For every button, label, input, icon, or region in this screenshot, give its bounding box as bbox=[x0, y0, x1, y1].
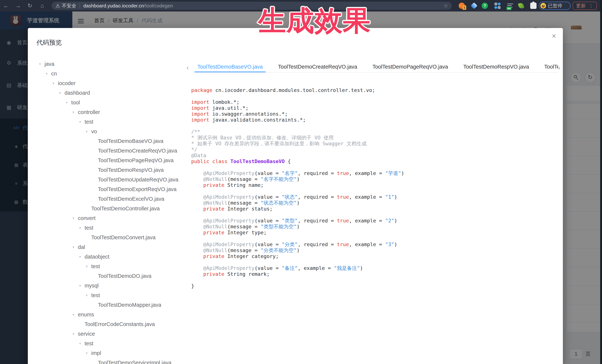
tabs-scroll-left-icon[interactable]: ‹ bbox=[187, 64, 189, 71]
tree-node[interactable]: ▾enums bbox=[39, 310, 186, 319]
code-line: * 如果子 VO 存在差异的字段，请不要添加到这里，影响 Swagger 文档生… bbox=[191, 141, 404, 146]
caret-down-icon[interactable]: ▾ bbox=[86, 293, 91, 297]
code-line: @ApiModelProperty(value = "备注", example … bbox=[191, 265, 404, 271]
tree-node-label: mysql bbox=[85, 283, 99, 289]
tree-node[interactable]: ▾service bbox=[39, 329, 186, 339]
tab-tooltestdemobasevo-java[interactable]: ToolTestDemoBaseVO.java bbox=[194, 61, 266, 72]
caret-down-icon[interactable]: ▾ bbox=[79, 120, 85, 124]
security-label[interactable]: 不安全 bbox=[62, 3, 76, 9]
tree-node[interactable]: ▾tool bbox=[39, 98, 186, 107]
extension-icon-grid[interactable] bbox=[494, 3, 501, 9]
code-preview-modal: 代码预览 × ▾java▾cn▾iocoder▾dashboard▾tool▾c… bbox=[28, 28, 563, 364]
code-line: * 测试示例 Base VO，提供给添加、修改、详细的子 VO 使用 bbox=[191, 135, 404, 141]
extension-icon-list[interactable]: on bbox=[507, 3, 514, 9]
tree-node[interactable]: ▾mysql bbox=[39, 281, 186, 291]
code-line: @ApiModelProperty(value = "名字", required… bbox=[191, 170, 404, 176]
extension-icon-gem[interactable] bbox=[471, 2, 478, 9]
caret-down-icon[interactable]: ▾ bbox=[46, 72, 51, 76]
code-line: } bbox=[191, 283, 404, 289]
tree-node[interactable]: ▾dashboard bbox=[39, 88, 186, 98]
tree-node[interactable]: ▾dataobject bbox=[39, 252, 186, 261]
tree-node[interactable]: ▾impl bbox=[39, 348, 186, 358]
file-tabs: ToolTestDemoBaseVO.javaToolTestDemoCreat… bbox=[194, 61, 558, 73]
tab-tooltestdemorespvo-java[interactable]: ToolTestDemoRespVO.java bbox=[460, 61, 532, 72]
tab-tooltestdemocreatereqvo-java[interactable]: ToolTestDemoCreateReqVO.java bbox=[275, 61, 360, 72]
caret-down-icon[interactable]: ▾ bbox=[86, 129, 91, 134]
tree-node[interactable]: ▾java bbox=[39, 59, 186, 69]
caret-down-icon[interactable]: ▾ bbox=[79, 226, 85, 230]
browser-reload-icon[interactable]: ↻ bbox=[26, 2, 34, 9]
tree-node[interactable]: ▾iocoder bbox=[39, 78, 186, 88]
tree-node[interactable]: ▾test bbox=[39, 223, 186, 233]
caret-down-icon[interactable]: ▾ bbox=[79, 255, 85, 259]
code-line: public class ToolTestDemoBaseVO { bbox=[191, 158, 404, 164]
extension-icon-orange[interactable]: 1 bbox=[459, 3, 465, 9]
more-menu-icon[interactable]: ⋮ bbox=[589, 3, 593, 8]
tree-node-label: vo bbox=[91, 128, 97, 135]
tree-node[interactable]: ToolTestDemoController.java bbox=[39, 204, 186, 213]
extensions-puzzle-icon[interactable] bbox=[530, 3, 537, 9]
tree-node[interactable]: ▾cn bbox=[39, 69, 186, 78]
tabs-scroll-right-icon[interactable]: › bbox=[558, 64, 560, 71]
tree-node[interactable]: ▾convert bbox=[39, 213, 186, 223]
caret-down-icon[interactable]: ▾ bbox=[86, 264, 91, 269]
tree-node[interactable]: ToolTestDemoRespVO.java bbox=[39, 165, 186, 175]
tree-node[interactable]: ▾dal bbox=[39, 242, 186, 252]
browser-home-icon[interactable]: ⌂ bbox=[38, 2, 46, 9]
browser-back-icon[interactable]: ← bbox=[2, 2, 10, 9]
code-line bbox=[191, 93, 404, 99]
tree-node[interactable]: ToolTestDemoPageReqVO.java bbox=[39, 156, 186, 165]
caret-down-icon[interactable]: ▾ bbox=[66, 100, 71, 105]
extension-badge: 1 bbox=[462, 5, 466, 10]
caret-down-icon[interactable]: ▾ bbox=[79, 284, 85, 288]
caret-down-icon[interactable]: ▾ bbox=[73, 245, 78, 249]
caret-down-icon[interactable]: ▾ bbox=[53, 81, 58, 85]
tree-node[interactable]: ToolTestDemoCreateReqVO.java bbox=[39, 146, 186, 156]
tree-node[interactable]: ToolTestDemoMapper.java bbox=[39, 300, 186, 310]
tree-node[interactable]: ToolTestDemoServiceImpl.java bbox=[39, 358, 186, 364]
tree-node-label: dal bbox=[78, 244, 85, 250]
code-line: @ApiModelProperty(value = "类型", required… bbox=[191, 218, 404, 224]
tree-node-label: ToolTestDemoController.java bbox=[91, 206, 160, 212]
browser-update-button[interactable]: 更新 ⋮ bbox=[573, 2, 597, 10]
tree-node-label: test bbox=[85, 119, 93, 125]
tree-node-label: ToolTestDemoUpdateReqVO.java bbox=[98, 177, 178, 183]
tree-node[interactable]: ▾test bbox=[39, 291, 186, 300]
tree-node-label: ToolTestDemoBaseVO.java bbox=[98, 138, 163, 144]
translate-paused-pill[interactable]: 已暂停 bbox=[539, 2, 571, 10]
caret-down-icon[interactable]: ▾ bbox=[59, 91, 64, 95]
tree-node[interactable]: ToolTestDemoBaseVO.java bbox=[39, 136, 186, 146]
address-bar[interactable]: ⚠ 不安全 dashboard.yudao.iocoder.cn /tool/c… bbox=[52, 2, 452, 10]
caret-down-icon[interactable]: ▾ bbox=[73, 332, 78, 336]
tree-node[interactable]: ToolTestDemoConvert.java bbox=[39, 233, 186, 242]
security-warning-icon: ⚠ bbox=[56, 3, 60, 9]
tree-node[interactable]: ▾vo bbox=[39, 127, 186, 136]
tree-node[interactable]: ToolTestDemoUpdateReqVO.java bbox=[39, 175, 186, 184]
caret-down-icon[interactable]: ▾ bbox=[73, 110, 78, 114]
caret-down-icon[interactable]: ▾ bbox=[86, 351, 91, 355]
tree-node[interactable]: ▾test bbox=[39, 117, 186, 127]
tab-tooltestdemopagereqvo-java[interactable]: ToolTestDemoPageReqVO.java bbox=[369, 61, 451, 72]
tree-node[interactable]: ToolErrorCodeConstants.java bbox=[39, 319, 186, 329]
caret-down-icon[interactable]: ▾ bbox=[79, 341, 85, 346]
tree-node[interactable]: ▾controller bbox=[39, 107, 186, 117]
tree-node-label: dashboard bbox=[64, 90, 90, 96]
tree-node[interactable]: ToolTestDemoDO.java bbox=[39, 271, 186, 281]
tree-node-label: ToolTestDemoRespVO.java bbox=[98, 167, 164, 173]
tree-node[interactable]: ToolTestDemoExcelVO.java bbox=[39, 194, 186, 204]
tree-node[interactable]: ▾test bbox=[39, 261, 186, 271]
tab-toolte[interactable]: ToolTe bbox=[541, 61, 558, 72]
extension-icon-green[interactable]: ? bbox=[482, 3, 488, 9]
bookmark-star-icon[interactable]: ☆ bbox=[443, 3, 448, 9]
caret-down-icon[interactable]: ▾ bbox=[39, 62, 44, 66]
tree-node[interactable]: ToolTestDemoExportReqVO.java bbox=[39, 184, 186, 194]
browser-scrollbar[interactable] bbox=[600, 0, 602, 364]
address-divider bbox=[80, 3, 80, 8]
tree-node[interactable]: ▾test bbox=[39, 339, 186, 348]
browser-forward-icon[interactable]: → bbox=[14, 2, 22, 9]
code-line bbox=[191, 164, 404, 170]
extension-icon-plant[interactable] bbox=[518, 2, 525, 9]
caret-down-icon[interactable]: ▾ bbox=[73, 216, 78, 220]
caret-down-icon[interactable]: ▾ bbox=[73, 312, 78, 317]
close-icon[interactable]: × bbox=[549, 31, 559, 41]
